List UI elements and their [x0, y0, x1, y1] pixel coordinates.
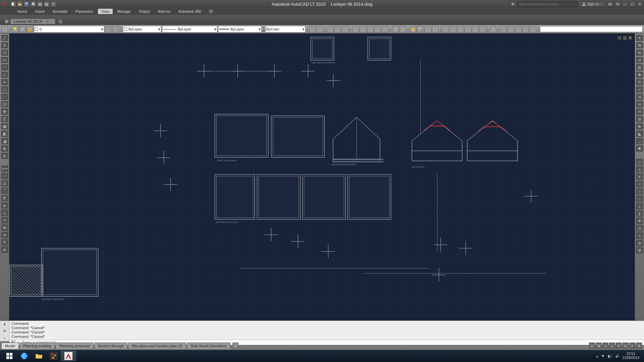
help-button[interactable]: ?▾ — [614, 1, 621, 7]
empty-dropdown[interactable] — [540, 26, 643, 32]
rotate-icon[interactable]: ↻ — [636, 79, 643, 85]
mirror-icon[interactable]: ⇋ — [636, 50, 643, 56]
close-button[interactable]: ✕ — [637, 1, 643, 7]
save-icon[interactable] — [23, 1, 30, 7]
color-dropdown[interactable]: ByLayer▾ — [123, 26, 161, 33]
drawing-canvas[interactable]: FIRST FLOOR PLAN GROUND FLOOR PLAN SIDE … — [9, 34, 635, 320]
spline-icon[interactable]: ∿ — [1, 79, 8, 85]
viewport-min-icon[interactable]: — — [617, 36, 622, 40]
viewports-icon[interactable] — [450, 26, 457, 33]
line-icon[interactable]: ╱ — [1, 35, 8, 41]
osnap-quadrant-icon[interactable]: ◇ — [636, 188, 643, 194]
extend-icon[interactable]: ↦ — [636, 109, 643, 115]
signin-button[interactable]: Sign In — [579, 1, 606, 7]
undo-icon[interactable] — [37, 1, 43, 7]
ribbon-tab-annotate[interactable]: Annotate — [49, 9, 71, 14]
osnap-tangent-icon[interactable]: ⌓ — [636, 196, 643, 202]
taskbar-ie[interactable] — [17, 351, 32, 361]
layer-prev-icon[interactable] — [105, 26, 112, 33]
text-icon[interactable]: A — [1, 153, 8, 159]
ribbon-tab-a360[interactable]: Autodesk 360 — [175, 9, 204, 14]
command-close-icon[interactable]: ✕ — [3, 329, 6, 333]
osnap-node-icon[interactable]: ✛ — [636, 218, 643, 224]
start-button[interactable] — [2, 351, 17, 361]
tray-show-hidden-icon[interactable]: ▴ — [596, 354, 598, 358]
layer-dropdown[interactable]: 0 ▾ — [34, 26, 104, 33]
exchange-apps-button[interactable]: A▾ — [607, 1, 613, 7]
osnap-parallel-icon[interactable]: ∥ — [636, 210, 643, 217]
rectangle-icon[interactable]: ▭ — [1, 57, 8, 63]
ribbon-tab-home[interactable]: Home — [14, 9, 31, 14]
ribbon-tab-insert[interactable]: Insert — [32, 9, 48, 14]
palette-icon[interactable] — [472, 26, 479, 33]
scale-icon[interactable]: ⤢ — [636, 86, 643, 93]
layer-manager-icon[interactable] — [1, 26, 8, 33]
dim-radius-icon[interactable]: R — [1, 195, 8, 201]
osnap-insert-icon[interactable]: ◫ — [636, 225, 643, 231]
print-preview-icon[interactable] — [334, 26, 341, 33]
dim-style-icon[interactable]: ≋ — [1, 247, 8, 253]
customize-status-icon[interactable]: ≣ — [636, 343, 642, 349]
grid-toggle-icon[interactable]: ⊞ — [596, 343, 602, 349]
redo-icon[interactable]: ↷ — [399, 26, 406, 33]
dim-linear-icon[interactable]: ⟷ — [1, 166, 8, 172]
stretch-icon[interactable]: ⇲ — [636, 94, 643, 100]
tray-clock[interactable]: 22:51 21/09/2014 — [623, 352, 639, 360]
fillet-icon[interactable]: ◡ — [636, 138, 643, 144]
viewport-max-icon[interactable]: ▢ — [623, 36, 627, 40]
copy-icon[interactable] — [367, 26, 374, 33]
taskbar-autocad[interactable] — [61, 351, 76, 361]
help-icon[interactable]: ? — [490, 26, 496, 33]
table-icon[interactable]: ⊞ — [1, 145, 8, 152]
cascade-icon[interactable] — [465, 26, 471, 33]
layer-on-icon[interactable]: 💡 — [12, 26, 18, 33]
vp-named-icon[interactable] — [530, 26, 536, 33]
ribbon-tab-addins[interactable]: Add-ins — [155, 9, 174, 14]
layer-freeze-icon[interactable]: ❄ — [19, 26, 26, 33]
minimize-button[interactable]: — — [622, 1, 628, 7]
ribbon-tab-manage[interactable]: Manage — [114, 9, 134, 14]
redo-icon[interactable] — [44, 1, 50, 7]
vp-single-icon[interactable] — [500, 26, 507, 33]
layout-tab-model[interactable]: Model — [1, 343, 19, 349]
plotstyle-dropdown[interactable]: ByColor▾ — [265, 26, 306, 33]
tray-flag-icon[interactable]: ⚑ — [601, 354, 604, 358]
layout-tab-add[interactable]: + — [232, 343, 238, 349]
explode-icon[interactable]: ✸ — [636, 145, 643, 152]
sheet-icon[interactable] — [479, 26, 486, 33]
zoom-extents-icon[interactable] — [432, 26, 439, 33]
tray-network-icon[interactable]: ▮▯ — [608, 354, 612, 358]
leader-icon[interactable]: ↗ — [1, 217, 8, 223]
copy-tool-icon[interactable]: ⧉ — [636, 42, 643, 48]
arc-icon[interactable]: ◠ — [1, 64, 8, 70]
dim-ordinate-icon[interactable]: ⊥ — [1, 210, 8, 216]
erase-icon[interactable]: ✕ — [636, 35, 643, 41]
measure-icon[interactable] — [352, 26, 359, 33]
polygon-icon[interactable]: ⬠ — [1, 50, 8, 56]
zoom-window-icon[interactable] — [425, 26, 431, 33]
vp-four-icon[interactable] — [522, 26, 529, 33]
block-insert-icon[interactable] — [309, 26, 316, 33]
print-icon[interactable] — [30, 1, 36, 7]
file-tab-new-button[interactable]: + — [58, 19, 63, 24]
command-drawer-icon[interactable]: ▾ — [4, 322, 6, 326]
tray-volume-icon[interactable]: 🔊 — [615, 354, 619, 358]
layer-lock-icon[interactable]: 🔒 — [26, 26, 33, 33]
ribbon-collapse-button[interactable] — [208, 9, 214, 14]
layout-tab-planning-existing[interactable]: Planning existing — [19, 343, 55, 349]
command-expand-icon[interactable]: ↕ — [4, 336, 6, 340]
move-tool-icon[interactable]: ✥ — [636, 72, 643, 78]
ribbon-tab-parametric[interactable]: Parametric — [72, 9, 97, 14]
osnap-toggle-icon[interactable]: ◎ — [623, 343, 629, 349]
file-tab-close-icon[interactable]: × — [47, 19, 49, 23]
osnap-perp-icon[interactable]: ⊥ — [636, 203, 643, 209]
tile-icon[interactable] — [457, 26, 464, 33]
dim-edit-icon[interactable]: ✎ — [1, 239, 8, 245]
polyline-icon[interactable]: ↯ — [1, 42, 8, 48]
infocenter-icon[interactable] — [510, 1, 516, 7]
layout-tab-planning-proposed[interactable]: Planning proposed — [55, 343, 94, 349]
new-icon[interactable] — [10, 1, 16, 7]
zoom-icon[interactable]: 🔍 — [417, 26, 424, 33]
dim-aligned-icon[interactable]: ⟋ — [1, 173, 8, 179]
undo-icon[interactable]: ↶ — [392, 26, 399, 33]
